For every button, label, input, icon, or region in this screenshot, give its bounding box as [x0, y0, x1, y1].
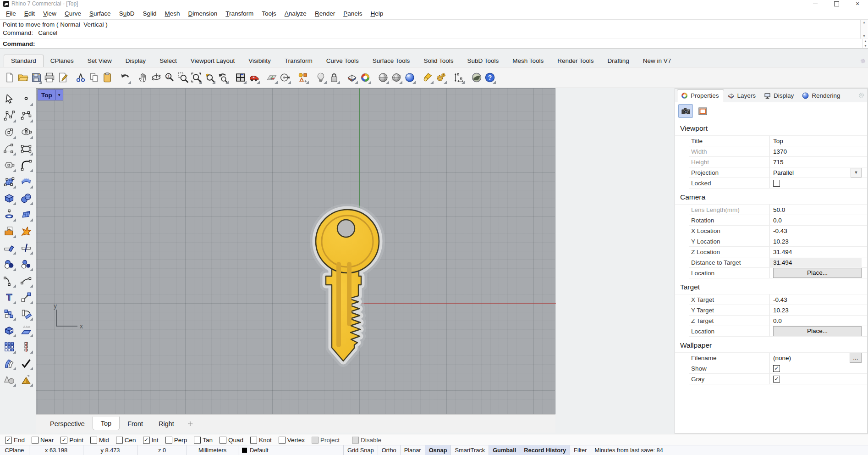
- toolbar-options-gear-icon[interactable]: [860, 58, 866, 64]
- osnap-project-checkbox[interactable]: [312, 437, 319, 444]
- ribbon-tab-new-in-v7[interactable]: New in V7: [636, 55, 678, 67]
- dimension-button[interactable]: [452, 71, 465, 84]
- menu-panels[interactable]: Panels: [339, 8, 366, 19]
- osnap-disable[interactable]: Disable: [352, 437, 381, 444]
- open-file-button[interactable]: [16, 71, 29, 84]
- osnap-mid[interactable]: Mid: [90, 437, 109, 444]
- location-place-button[interactable]: Place...: [773, 326, 862, 336]
- menu-help[interactable]: Help: [366, 8, 387, 19]
- osnap-vertex[interactable]: Vertex: [279, 437, 305, 444]
- status-default[interactable]: Default: [238, 445, 344, 455]
- gray-checkbox[interactable]: ✓: [773, 376, 780, 383]
- osnap-near[interactable]: Near: [32, 437, 54, 444]
- menu-render[interactable]: Render: [311, 8, 339, 19]
- toggle-gumball[interactable]: Gumball: [489, 445, 520, 455]
- command-prompt-row[interactable]: Command: ▲ ▼: [0, 39, 868, 49]
- osnap-disable-checkbox[interactable]: [352, 437, 359, 444]
- menu-mesh[interactable]: Mesh: [160, 8, 184, 19]
- ribbon-tab-transform[interactable]: Transform: [278, 55, 319, 67]
- array-button[interactable]: [1, 338, 17, 355]
- toggle-planar[interactable]: Planar: [401, 445, 425, 455]
- viewport-title-label[interactable]: Top ▼: [38, 89, 63, 100]
- zoom-dynamic-button[interactable]: ±: [163, 71, 176, 84]
- zoom-window-button[interactable]: [176, 71, 189, 84]
- undo-button[interactable]: [118, 71, 132, 84]
- lens-length-mm-input[interactable]: 50.0: [773, 206, 862, 213]
- toggle-osnap[interactable]: Osnap: [425, 445, 451, 455]
- rotation-input[interactable]: 0.0: [773, 217, 862, 224]
- menu-dimension[interactable]: Dimension: [184, 8, 222, 19]
- menu-curve[interactable]: Curve: [60, 8, 85, 19]
- toggle-filter[interactable]: Filter: [570, 445, 591, 455]
- viewport-top[interactable]: Top ▼ y x: [36, 88, 555, 414]
- surface-from-curves-button[interactable]: [18, 173, 34, 189]
- osnap-point-checkbox[interactable]: ✓: [60, 437, 67, 444]
- viewport-menu-caret-icon[interactable]: ▼: [55, 90, 63, 100]
- zoom-extents-button[interactable]: [189, 71, 203, 84]
- chevron-down-icon[interactable]: ▼: [851, 168, 862, 178]
- layers-button[interactable]: [345, 71, 358, 84]
- panel-tab-layers[interactable]: Layers: [724, 90, 761, 102]
- options-button[interactable]: [434, 71, 447, 84]
- status-x-63-198[interactable]: x 63.198: [29, 445, 83, 455]
- help-button[interactable]: ?: [483, 71, 496, 84]
- ribbon-tab-display[interactable]: Display: [119, 55, 153, 67]
- set-cplane-button[interactable]: [265, 71, 278, 84]
- boolean-button[interactable]: [1, 223, 17, 239]
- extend-curve-button[interactable]: [18, 272, 34, 289]
- show-checkbox[interactable]: ✓: [773, 365, 780, 372]
- browse-button[interactable]: ...: [850, 353, 862, 363]
- add-viewport-tab-button[interactable]: [187, 420, 194, 427]
- viewport-capture-button[interactable]: [695, 104, 710, 118]
- blend-curve-button[interactable]: [1, 272, 17, 289]
- toggle-record-history[interactable]: Record History: [520, 445, 570, 455]
- extrude-surface-button[interactable]: [18, 322, 34, 338]
- menu-surface[interactable]: Surface: [85, 8, 115, 19]
- osnap-tan-checkbox[interactable]: [194, 437, 201, 444]
- osnap-perp-checkbox[interactable]: [165, 437, 172, 444]
- ellipse-button[interactable]: [18, 124, 34, 140]
- ribbon-tab-surface-tools[interactable]: Surface Tools: [366, 55, 417, 67]
- revolve-button[interactable]: [1, 206, 17, 222]
- arc-button[interactable]: [1, 140, 17, 156]
- region-button[interactable]: [18, 256, 34, 272]
- osnap-end[interactable]: ✓End: [5, 437, 25, 444]
- panel-tab-rendering[interactable]: Rendering: [798, 90, 845, 102]
- ribbon-tab-render-tools[interactable]: Render Tools: [550, 55, 600, 67]
- flow-button[interactable]: [1, 355, 17, 371]
- osnap-mid-checkbox[interactable]: [90, 437, 97, 444]
- menu-solid[interactable]: Solid: [138, 8, 160, 19]
- selection-filter-button[interactable]: [296, 71, 309, 84]
- rectangle-button[interactable]: [18, 140, 34, 156]
- osnap-int-checkbox[interactable]: ✓: [143, 437, 150, 444]
- height-input[interactable]: 715: [773, 159, 862, 166]
- filename-input[interactable]: (none): [773, 355, 848, 361]
- prompt-spinner[interactable]: ▲ ▼: [862, 39, 867, 48]
- toggle-ortho[interactable]: Ortho: [378, 445, 401, 455]
- scroll-down-icon[interactable]: ▼: [863, 34, 866, 39]
- ribbon-tab-drafting[interactable]: Drafting: [601, 55, 636, 67]
- ribbon-tab-cplanes[interactable]: CPlanes: [44, 55, 81, 67]
- menu-analyze[interactable]: Analyze: [280, 8, 311, 19]
- panel-tab-display[interactable]: Display: [760, 90, 798, 102]
- osnap-quad-checkbox[interactable]: [220, 437, 226, 444]
- viewport-tab-right[interactable]: Right: [151, 417, 182, 430]
- new-file-button[interactable]: [3, 71, 16, 84]
- orient-button[interactable]: [18, 305, 34, 322]
- osnap-quad[interactable]: Quad: [220, 437, 243, 444]
- spin-up-icon[interactable]: ▲: [864, 39, 867, 44]
- x-location-input[interactable]: -0.43: [773, 228, 862, 234]
- viewport-tab-top[interactable]: Top: [93, 416, 120, 430]
- width-input[interactable]: 1370: [773, 148, 862, 155]
- panel-options-gear-icon[interactable]: [858, 92, 865, 99]
- paste-button[interactable]: [100, 71, 114, 84]
- status-y-8-473[interactable]: y 8.473: [83, 445, 137, 455]
- status-z-0[interactable]: z 0: [137, 445, 187, 455]
- osnap-knot[interactable]: Knot: [250, 437, 272, 444]
- orient-surface-button[interactable]: [18, 372, 34, 388]
- title-input[interactable]: Top: [773, 138, 862, 144]
- osnap-cen-checkbox[interactable]: [116, 437, 123, 444]
- osnap-perp[interactable]: Perp: [165, 437, 187, 444]
- viewport-layout-button[interactable]: [234, 71, 247, 84]
- pan-button[interactable]: [136, 71, 149, 84]
